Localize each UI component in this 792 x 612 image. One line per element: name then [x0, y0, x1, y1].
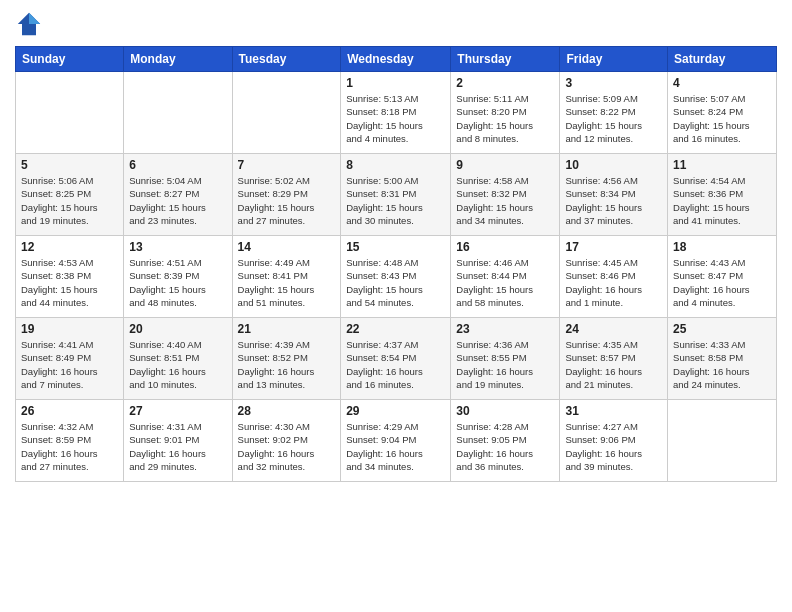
day-number: 8 [346, 158, 445, 172]
day-info: Sunrise: 4:53 AMSunset: 8:38 PMDaylight:… [21, 256, 118, 309]
calendar-cell: 7Sunrise: 5:02 AMSunset: 8:29 PMDaylight… [232, 154, 341, 236]
calendar-cell: 2Sunrise: 5:11 AMSunset: 8:20 PMDaylight… [451, 72, 560, 154]
day-info: Sunrise: 4:51 AMSunset: 8:39 PMDaylight:… [129, 256, 226, 309]
calendar-cell [16, 72, 124, 154]
day-info: Sunrise: 4:37 AMSunset: 8:54 PMDaylight:… [346, 338, 445, 391]
day-info: Sunrise: 5:07 AMSunset: 8:24 PMDaylight:… [673, 92, 771, 145]
calendar-cell: 14Sunrise: 4:49 AMSunset: 8:41 PMDayligh… [232, 236, 341, 318]
weekday-header: Tuesday [232, 47, 341, 72]
day-info: Sunrise: 4:58 AMSunset: 8:32 PMDaylight:… [456, 174, 554, 227]
day-number: 3 [565, 76, 662, 90]
day-info: Sunrise: 5:06 AMSunset: 8:25 PMDaylight:… [21, 174, 118, 227]
day-info: Sunrise: 4:56 AMSunset: 8:34 PMDaylight:… [565, 174, 662, 227]
calendar-cell: 21Sunrise: 4:39 AMSunset: 8:52 PMDayligh… [232, 318, 341, 400]
day-number: 14 [238, 240, 336, 254]
calendar-cell: 6Sunrise: 5:04 AMSunset: 8:27 PMDaylight… [124, 154, 232, 236]
day-info: Sunrise: 4:28 AMSunset: 9:05 PMDaylight:… [456, 420, 554, 473]
day-number: 24 [565, 322, 662, 336]
day-number: 30 [456, 404, 554, 418]
svg-marker-1 [29, 13, 40, 24]
day-number: 1 [346, 76, 445, 90]
calendar-cell: 11Sunrise: 4:54 AMSunset: 8:36 PMDayligh… [668, 154, 777, 236]
weekday-header: Sunday [16, 47, 124, 72]
day-info: Sunrise: 5:04 AMSunset: 8:27 PMDaylight:… [129, 174, 226, 227]
day-info: Sunrise: 4:43 AMSunset: 8:47 PMDaylight:… [673, 256, 771, 309]
calendar-cell: 8Sunrise: 5:00 AMSunset: 8:31 PMDaylight… [341, 154, 451, 236]
day-number: 13 [129, 240, 226, 254]
day-number: 21 [238, 322, 336, 336]
calendar-cell: 9Sunrise: 4:58 AMSunset: 8:32 PMDaylight… [451, 154, 560, 236]
day-number: 27 [129, 404, 226, 418]
calendar-cell: 4Sunrise: 5:07 AMSunset: 8:24 PMDaylight… [668, 72, 777, 154]
calendar-week-row: 1Sunrise: 5:13 AMSunset: 8:18 PMDaylight… [16, 72, 777, 154]
generalblue-logo-icon [15, 10, 43, 38]
calendar-cell: 27Sunrise: 4:31 AMSunset: 9:01 PMDayligh… [124, 400, 232, 482]
day-info: Sunrise: 5:00 AMSunset: 8:31 PMDaylight:… [346, 174, 445, 227]
calendar-cell: 5Sunrise: 5:06 AMSunset: 8:25 PMDaylight… [16, 154, 124, 236]
calendar-cell: 25Sunrise: 4:33 AMSunset: 8:58 PMDayligh… [668, 318, 777, 400]
day-number: 16 [456, 240, 554, 254]
day-info: Sunrise: 4:32 AMSunset: 8:59 PMDaylight:… [21, 420, 118, 473]
day-info: Sunrise: 5:02 AMSunset: 8:29 PMDaylight:… [238, 174, 336, 227]
calendar-week-row: 5Sunrise: 5:06 AMSunset: 8:25 PMDaylight… [16, 154, 777, 236]
day-info: Sunrise: 4:39 AMSunset: 8:52 PMDaylight:… [238, 338, 336, 391]
weekday-header: Wednesday [341, 47, 451, 72]
day-info: Sunrise: 4:46 AMSunset: 8:44 PMDaylight:… [456, 256, 554, 309]
calendar-cell: 16Sunrise: 4:46 AMSunset: 8:44 PMDayligh… [451, 236, 560, 318]
calendar-cell: 23Sunrise: 4:36 AMSunset: 8:55 PMDayligh… [451, 318, 560, 400]
calendar-cell: 12Sunrise: 4:53 AMSunset: 8:38 PMDayligh… [16, 236, 124, 318]
page: SundayMondayTuesdayWednesdayThursdayFrid… [0, 0, 792, 612]
calendar-cell: 28Sunrise: 4:30 AMSunset: 9:02 PMDayligh… [232, 400, 341, 482]
day-number: 6 [129, 158, 226, 172]
day-number: 4 [673, 76, 771, 90]
day-number: 25 [673, 322, 771, 336]
day-number: 7 [238, 158, 336, 172]
day-number: 17 [565, 240, 662, 254]
calendar-cell: 17Sunrise: 4:45 AMSunset: 8:46 PMDayligh… [560, 236, 668, 318]
day-info: Sunrise: 4:45 AMSunset: 8:46 PMDaylight:… [565, 256, 662, 309]
day-number: 20 [129, 322, 226, 336]
calendar-week-row: 26Sunrise: 4:32 AMSunset: 8:59 PMDayligh… [16, 400, 777, 482]
day-info: Sunrise: 4:36 AMSunset: 8:55 PMDaylight:… [456, 338, 554, 391]
calendar-cell: 1Sunrise: 5:13 AMSunset: 8:18 PMDaylight… [341, 72, 451, 154]
calendar-cell [668, 400, 777, 482]
weekday-header: Saturday [668, 47, 777, 72]
calendar-cell: 22Sunrise: 4:37 AMSunset: 8:54 PMDayligh… [341, 318, 451, 400]
day-number: 10 [565, 158, 662, 172]
day-number: 18 [673, 240, 771, 254]
day-number: 12 [21, 240, 118, 254]
day-info: Sunrise: 4:40 AMSunset: 8:51 PMDaylight:… [129, 338, 226, 391]
day-number: 23 [456, 322, 554, 336]
day-info: Sunrise: 4:27 AMSunset: 9:06 PMDaylight:… [565, 420, 662, 473]
calendar-week-row: 12Sunrise: 4:53 AMSunset: 8:38 PMDayligh… [16, 236, 777, 318]
calendar-week-row: 19Sunrise: 4:41 AMSunset: 8:49 PMDayligh… [16, 318, 777, 400]
calendar-cell: 10Sunrise: 4:56 AMSunset: 8:34 PMDayligh… [560, 154, 668, 236]
day-number: 22 [346, 322, 445, 336]
day-number: 2 [456, 76, 554, 90]
calendar-cell: 26Sunrise: 4:32 AMSunset: 8:59 PMDayligh… [16, 400, 124, 482]
logo [15, 10, 47, 38]
day-info: Sunrise: 4:48 AMSunset: 8:43 PMDaylight:… [346, 256, 445, 309]
day-number: 5 [21, 158, 118, 172]
calendar-cell: 24Sunrise: 4:35 AMSunset: 8:57 PMDayligh… [560, 318, 668, 400]
day-info: Sunrise: 5:11 AMSunset: 8:20 PMDaylight:… [456, 92, 554, 145]
header [15, 10, 777, 38]
day-number: 26 [21, 404, 118, 418]
day-info: Sunrise: 4:49 AMSunset: 8:41 PMDaylight:… [238, 256, 336, 309]
calendar-cell: 20Sunrise: 4:40 AMSunset: 8:51 PMDayligh… [124, 318, 232, 400]
calendar-cell: 31Sunrise: 4:27 AMSunset: 9:06 PMDayligh… [560, 400, 668, 482]
weekday-header: Friday [560, 47, 668, 72]
day-number: 19 [21, 322, 118, 336]
day-info: Sunrise: 4:30 AMSunset: 9:02 PMDaylight:… [238, 420, 336, 473]
day-number: 9 [456, 158, 554, 172]
calendar-cell: 15Sunrise: 4:48 AMSunset: 8:43 PMDayligh… [341, 236, 451, 318]
day-info: Sunrise: 4:41 AMSunset: 8:49 PMDaylight:… [21, 338, 118, 391]
calendar-table: SundayMondayTuesdayWednesdayThursdayFrid… [15, 46, 777, 482]
calendar-cell: 19Sunrise: 4:41 AMSunset: 8:49 PMDayligh… [16, 318, 124, 400]
day-info: Sunrise: 4:35 AMSunset: 8:57 PMDaylight:… [565, 338, 662, 391]
calendar-cell: 30Sunrise: 4:28 AMSunset: 9:05 PMDayligh… [451, 400, 560, 482]
calendar-cell: 13Sunrise: 4:51 AMSunset: 8:39 PMDayligh… [124, 236, 232, 318]
day-info: Sunrise: 4:31 AMSunset: 9:01 PMDaylight:… [129, 420, 226, 473]
day-info: Sunrise: 5:09 AMSunset: 8:22 PMDaylight:… [565, 92, 662, 145]
day-info: Sunrise: 4:33 AMSunset: 8:58 PMDaylight:… [673, 338, 771, 391]
